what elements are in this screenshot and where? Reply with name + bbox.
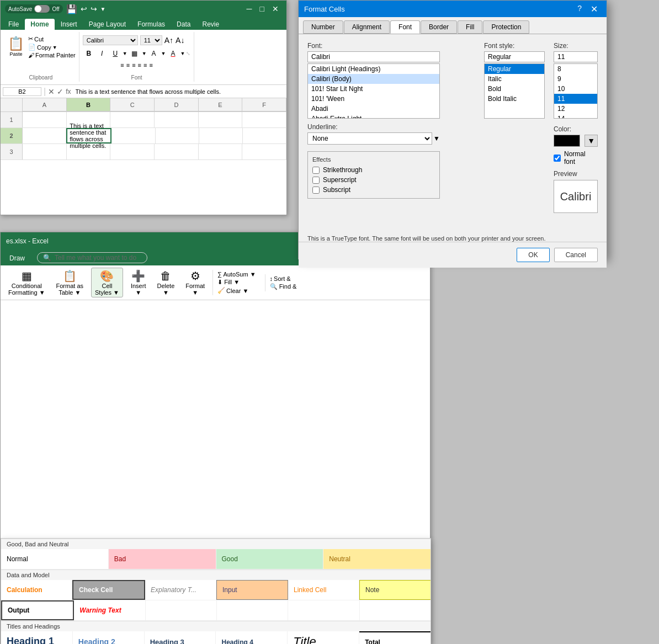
tab-font[interactable]: Font xyxy=(390,20,420,34)
format-btn[interactable]: ⚙ Format ▼ xyxy=(182,268,208,297)
highlight-dropdown[interactable]: ▼ xyxy=(161,51,166,56)
undo-icon[interactable]: ↩ xyxy=(81,4,87,13)
sort-filter-btn[interactable]: ↕ Sort & xyxy=(270,275,297,282)
size-14[interactable]: 14 xyxy=(554,114,597,119)
border-button[interactable]: ▦ xyxy=(129,47,141,60)
increase-font-icon[interactable]: A↑ xyxy=(164,36,173,45)
cell-B2[interactable]: This is a text sentence that flows acros… xyxy=(66,128,111,143)
style-output[interactable]: Output xyxy=(1,600,74,620)
align-center-icon[interactable]: ≡ xyxy=(126,62,130,68)
size-12[interactable]: 12 xyxy=(554,104,597,114)
style-heading4[interactable]: Heading 4 xyxy=(216,631,288,644)
style-heading2[interactable]: Heading 2 xyxy=(73,631,145,644)
tab-border[interactable]: Border xyxy=(421,20,457,34)
style-title[interactable]: Title xyxy=(288,631,359,644)
underline-dropdown[interactable]: ▼ xyxy=(123,51,127,56)
cell-C2[interactable] xyxy=(111,128,155,143)
style-good[interactable]: Good xyxy=(216,549,324,569)
align-right2-icon[interactable]: ≡ xyxy=(149,62,152,68)
align-left2-icon[interactable]: ≡ xyxy=(138,62,141,68)
format-as-table-btn[interactable]: 📋 Format as Table ▼ xyxy=(53,268,87,297)
style-note[interactable]: Note xyxy=(359,580,431,600)
tab-insert[interactable]: Insert xyxy=(55,19,83,30)
maximize-btn[interactable]: □ xyxy=(257,3,268,14)
cell-F2[interactable] xyxy=(243,128,286,143)
tab-formulas[interactable]: Formulas xyxy=(132,19,171,30)
delete-btn[interactable]: 🗑 Delete ▼ xyxy=(153,269,178,297)
cell-B3[interactable] xyxy=(67,144,111,159)
main-tab-draw[interactable]: Draw xyxy=(3,252,31,265)
align-right-icon[interactable]: ≡ xyxy=(132,62,135,68)
size-9[interactable]: 9 xyxy=(554,74,597,84)
normal-font-checkbox[interactable] xyxy=(554,155,561,162)
font-group-expand[interactable]: ⤡ xyxy=(186,51,190,56)
italic-button[interactable]: I xyxy=(96,47,108,60)
cell-A3[interactable] xyxy=(23,144,67,159)
font-color-button[interactable]: A xyxy=(167,47,179,60)
highlight-button[interactable]: A xyxy=(148,47,160,60)
find-select-btn[interactable]: 🔍 Find & xyxy=(270,283,297,290)
autosave-toggle[interactable] xyxy=(34,5,50,13)
cell-F1[interactable] xyxy=(242,112,286,127)
cancel-button[interactable]: Cancel xyxy=(554,248,598,262)
size-10[interactable]: 10 xyxy=(554,84,597,94)
style-italic[interactable]: Italic xyxy=(485,74,544,84)
font-item-calibri-light[interactable]: Calibri Light (Headings) xyxy=(308,64,439,74)
font-list[interactable]: Calibri Light (Headings) Calibri (Body) … xyxy=(307,63,440,119)
cell-E3[interactable] xyxy=(199,144,243,159)
style-calculation[interactable]: Calculation xyxy=(1,580,72,600)
conditional-formatting-btn[interactable]: ▦ Conditional Formatting ▼ xyxy=(5,268,49,297)
underline-dropdown-icon[interactable]: ▼ xyxy=(433,135,440,142)
align-center2-icon[interactable]: ≡ xyxy=(144,62,147,68)
col-header-F[interactable]: F xyxy=(242,98,286,111)
tab-number[interactable]: Number xyxy=(303,20,343,34)
tab-file[interactable]: File xyxy=(3,19,24,30)
ok-button[interactable]: OK xyxy=(517,248,549,262)
size-8[interactable]: 8 xyxy=(554,64,597,74)
insert-btn[interactable]: ➕ Insert ▼ xyxy=(127,268,150,297)
dialog-close-button[interactable]: ✕ xyxy=(587,3,601,15)
cell-D3[interactable] xyxy=(155,144,199,159)
col-header-D[interactable]: D xyxy=(155,98,199,111)
subscript-checkbox[interactable] xyxy=(312,187,320,194)
style-normal[interactable]: Normal xyxy=(1,549,109,569)
cell-E2[interactable] xyxy=(199,128,243,143)
tab-review[interactable]: Revie xyxy=(196,19,225,30)
paste-button[interactable]: 📋 Paste xyxy=(6,35,26,57)
style-bold-italic[interactable]: Bold Italic xyxy=(485,94,544,104)
cell-styles-btn[interactable]: 🎨 Cell Styles ▼ xyxy=(91,268,123,297)
close-btn[interactable]: ✕ xyxy=(269,3,282,14)
tab-page-layout[interactable]: Page Layout xyxy=(83,19,131,30)
size-input[interactable] xyxy=(554,51,598,62)
style-explanatory[interactable]: Explanatory T... xyxy=(145,580,216,600)
font-input[interactable] xyxy=(307,51,440,62)
cell-F3[interactable] xyxy=(242,144,286,159)
fill-btn[interactable]: ⬇ Fill ▼ xyxy=(217,279,256,286)
cancel-formula-icon[interactable]: ✕ xyxy=(48,87,55,96)
style-regular[interactable]: Regular xyxy=(485,64,544,74)
tab-home[interactable]: Home xyxy=(25,19,54,30)
font-name-select[interactable]: Calibri xyxy=(83,35,138,45)
decrease-font-icon[interactable]: A↓ xyxy=(176,36,184,45)
redo-icon[interactable]: ↪ xyxy=(91,4,97,13)
style-warning[interactable]: Warning Text xyxy=(74,600,145,620)
format-painter-button[interactable]: 🖌 Format Painter xyxy=(28,52,76,58)
style-neutral[interactable]: Neutral xyxy=(323,549,431,569)
cell-D1[interactable] xyxy=(155,112,199,127)
cell-C1[interactable] xyxy=(110,112,155,127)
tab-protection[interactable]: Protection xyxy=(483,20,529,34)
cell-C3[interactable] xyxy=(110,144,155,159)
style-input[interactable]: Input xyxy=(216,580,288,600)
style-check-cell[interactable]: Check Cell xyxy=(72,580,145,600)
col-header-E[interactable]: E xyxy=(199,98,243,111)
align-left-icon[interactable]: ≡ xyxy=(120,62,124,68)
search-box[interactable]: 🔍 Tell me what you want to do xyxy=(37,252,147,263)
size-11[interactable]: 11 xyxy=(554,94,597,104)
color-swatch[interactable] xyxy=(554,135,580,147)
font-item-101-star[interactable]: 101! Star Lit Nght xyxy=(308,84,439,94)
style-heading1[interactable]: Heading 1 xyxy=(1,631,73,644)
style-linked[interactable]: Linked Cell xyxy=(288,580,359,600)
style-bad[interactable]: Bad xyxy=(109,549,216,569)
underline-button[interactable]: U xyxy=(109,47,121,60)
confirm-formula-icon[interactable]: ✓ xyxy=(57,87,63,96)
